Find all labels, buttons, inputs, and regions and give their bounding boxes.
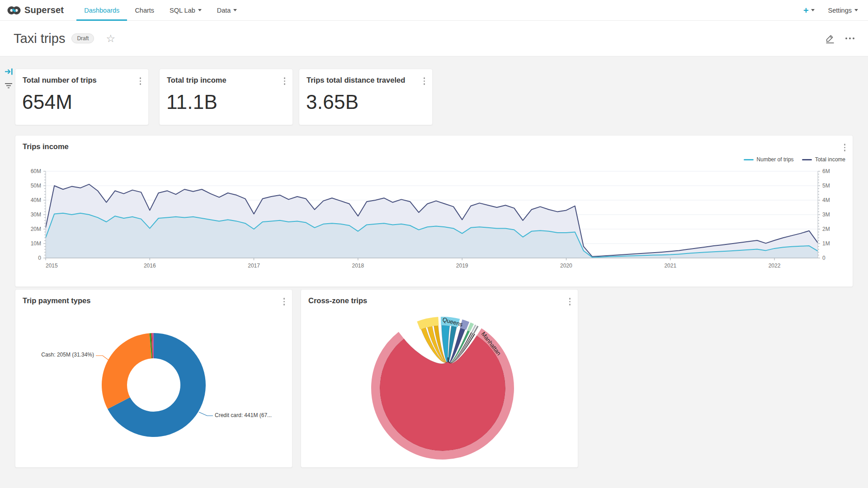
svg-text:50M: 50M: [31, 183, 41, 189]
pie-callout-cash: Cash: 205M (31.34%): [31, 352, 94, 358]
tab-data-label: Data: [217, 7, 231, 14]
header-actions: [825, 33, 854, 44]
filter-rail: [3, 68, 14, 89]
tab-charts[interactable]: Charts: [127, 0, 162, 21]
card-menu-kebab[interactable]: [283, 76, 287, 86]
page-title: Taxi trips: [14, 31, 65, 46]
tab-dashboards-label: Dashboards: [84, 7, 119, 14]
kpi-card-total-trips: Total number of trips 654M: [15, 69, 149, 125]
superset-logo[interactable]: Superset: [0, 4, 64, 17]
svg-text:10M: 10M: [31, 240, 41, 247]
chord-chart[interactable]: QueensManhattan: [301, 290, 579, 468]
expand-filter-bar-icon[interactable]: [5, 68, 13, 75]
svg-text:2016: 2016: [144, 263, 156, 269]
nav-tabs: Dashboards Charts SQL Lab Data: [76, 0, 245, 21]
settings-label: Settings: [828, 7, 852, 14]
tab-sql-lab-label: SQL Lab: [170, 7, 195, 14]
line-chart[interactable]: 0010M1M20M2M30M3M40M4M50M5M60M6M20152016…: [15, 136, 854, 287]
tab-charts-label: Charts: [135, 7, 154, 14]
top-navbar: Superset Dashboards Charts SQL Lab Data …: [0, 0, 868, 21]
svg-text:60M: 60M: [31, 168, 41, 174]
tab-data[interactable]: Data: [209, 0, 245, 21]
dashboard-header: Taxi trips Draft ☆: [0, 21, 868, 56]
kpi-title: Trips total distance traveled: [307, 76, 405, 84]
favorite-star-icon[interactable]: ☆: [106, 33, 115, 44]
pie-slice-cash[interactable]: [102, 333, 151, 409]
svg-text:2021: 2021: [664, 263, 676, 269]
donut-chart[interactable]: [15, 290, 293, 468]
kpi-value: 3.65B: [306, 91, 359, 113]
svg-text:3M: 3M: [822, 211, 830, 218]
tab-sql-lab[interactable]: SQL Lab: [162, 0, 209, 21]
superset-logo-icon: [7, 4, 21, 17]
svg-text:2015: 2015: [46, 263, 58, 269]
svg-text:0: 0: [822, 255, 826, 261]
chevron-down-icon: [811, 9, 815, 11]
card-menu-kebab[interactable]: [139, 76, 142, 86]
cross-zone-trips-card: Cross-zone trips QueensManhattan: [301, 289, 578, 468]
edit-dashboard-button[interactable]: [825, 33, 835, 44]
svg-text:5M: 5M: [822, 183, 830, 189]
brand-name: Superset: [24, 5, 64, 15]
svg-text:40M: 40M: [31, 197, 41, 203]
trips-income-card: Trips income Number of trips Total incom…: [15, 135, 853, 287]
kpi-title: Total trip income: [167, 76, 226, 84]
filter-icon[interactable]: [5, 83, 13, 89]
kpi-value: 11.1B: [166, 91, 217, 113]
settings-menu[interactable]: Settings: [828, 7, 858, 14]
svg-text:2018: 2018: [352, 263, 364, 269]
svg-text:2022: 2022: [769, 263, 781, 269]
tab-dashboards[interactable]: Dashboards: [76, 0, 127, 21]
svg-text:2019: 2019: [456, 263, 468, 269]
svg-text:2017: 2017: [248, 263, 260, 269]
kpi-value: 654M: [22, 91, 72, 113]
svg-text:6M: 6M: [822, 168, 830, 174]
chevron-down-icon: [198, 9, 202, 11]
chevron-down-icon: [233, 9, 237, 11]
svg-text:20M: 20M: [31, 226, 41, 232]
chevron-down-icon: [854, 9, 858, 11]
pie-callout-credit-card: Credit card: 441M (67...: [215, 412, 272, 418]
svg-text:0: 0: [38, 255, 41, 261]
svg-text:2020: 2020: [560, 263, 572, 269]
pencil-icon: [825, 33, 835, 44]
status-badge: Draft: [71, 33, 94, 43]
nav-right-group: + Settings: [803, 6, 868, 15]
svg-text:4M: 4M: [822, 197, 830, 203]
svg-text:30M: 30M: [31, 211, 41, 218]
svg-text:1M: 1M: [822, 240, 830, 247]
kpi-card-distance: Trips total distance traveled 3.65B: [299, 69, 433, 125]
more-actions-button[interactable]: [845, 38, 854, 39]
svg-text:2M: 2M: [822, 226, 830, 232]
trip-payment-types-card: Trip payment types Cash: 205M (31.34%) C…: [15, 289, 292, 468]
kpi-card-trip-income: Total trip income 11.1B: [159, 69, 293, 125]
card-menu-kebab[interactable]: [423, 76, 426, 86]
plus-icon: +: [803, 6, 809, 15]
new-item-button[interactable]: +: [803, 6, 815, 15]
kpi-title: Total number of trips: [23, 76, 97, 84]
